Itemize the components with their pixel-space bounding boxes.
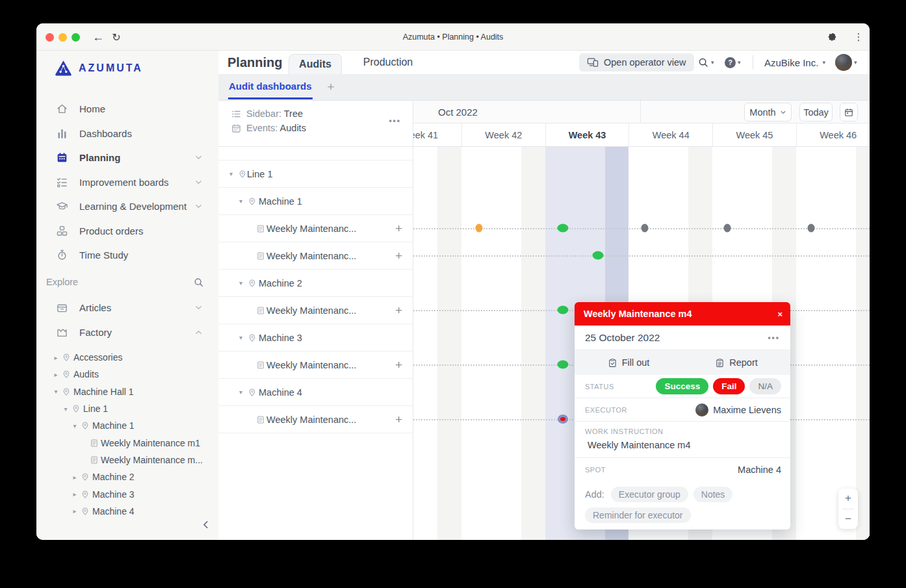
sidebar-section-factory[interactable]: Factory bbox=[36, 320, 218, 345]
open-operator-view-button[interactable]: Open operator view bbox=[579, 53, 694, 71]
help-menu[interactable]: ? ▾ bbox=[725, 51, 741, 74]
row-label: Weekly Maintenanc... bbox=[266, 415, 356, 425]
caret-down-icon[interactable]: ▾ bbox=[239, 198, 242, 205]
caret-down-icon[interactable]: ▾ bbox=[239, 389, 242, 396]
tree-item-machine-4[interactable]: ▸Machine 4 bbox=[36, 503, 218, 517]
add-event-button[interactable]: + bbox=[395, 303, 402, 318]
tree-item-audits[interactable]: ▸Audits bbox=[36, 366, 218, 383]
weekend-stripe bbox=[521, 147, 545, 540]
popup-title: Weekly Maintenance m4 bbox=[584, 309, 692, 319]
sidebar-section-articles[interactable]: Articles bbox=[36, 296, 218, 320]
tree-item-line-1[interactable]: ▾Line 1 bbox=[36, 400, 218, 417]
tree-item-machine-hall-1[interactable]: ▾Machine Hall 1 bbox=[36, 383, 218, 400]
caret-down-icon[interactable]: ▾ bbox=[229, 170, 233, 177]
tree-item-weekly-maintenance-m-[interactable]: Weekly Maintenance m... bbox=[36, 452, 218, 468]
event-dot-orange[interactable] bbox=[476, 224, 483, 233]
extensions-puzzle-icon[interactable] bbox=[825, 23, 840, 51]
add-event-button[interactable]: + bbox=[395, 249, 402, 263]
caret-down-icon[interactable]: ▾ bbox=[71, 422, 78, 429]
pin-icon bbox=[71, 404, 81, 413]
timeline-group-row-machine-3[interactable]: ▾Machine 3 bbox=[218, 324, 413, 352]
event-dot-green[interactable] bbox=[558, 361, 569, 369]
caret-down-icon[interactable]: ▾ bbox=[239, 334, 242, 341]
timeline-group-row-machine-4[interactable]: ▾Machine 4 bbox=[218, 379, 413, 406]
caret-right-icon[interactable]: ▸ bbox=[53, 371, 59, 378]
add-reminder-for-executor-button[interactable]: Reminder for executor bbox=[585, 507, 691, 523]
status-success-button[interactable]: Success bbox=[656, 378, 708, 394]
zoom-in-button[interactable]: + bbox=[838, 489, 858, 509]
timeline-audit-row-weekly-maintenanc-[interactable]: Weekly Maintenanc...+ bbox=[218, 406, 413, 433]
status-fail-button[interactable]: Fail bbox=[713, 378, 745, 394]
add-dashboard-button[interactable]: + bbox=[324, 74, 338, 100]
status-na-button[interactable]: N/A bbox=[749, 378, 781, 394]
tree-item-machine-3[interactable]: ▸Machine 3 bbox=[36, 485, 218, 502]
add-event-button[interactable]: + bbox=[395, 413, 402, 427]
timeline-audit-row-weekly-maintenanc-[interactable]: Weekly Maintenanc...+ bbox=[218, 297, 413, 324]
caret-right-icon[interactable]: ▸ bbox=[71, 507, 78, 515]
caret-right-icon[interactable]: ▸ bbox=[71, 491, 78, 498]
event-dot-gray[interactable] bbox=[724, 224, 731, 233]
work-instruction-label: WORK INSTRUCTION bbox=[585, 428, 663, 435]
sidebar-item-home[interactable]: Home bbox=[36, 97, 218, 121]
sidebar-section-label: Articles bbox=[79, 302, 111, 313]
caret-right-icon[interactable]: ▸ bbox=[53, 354, 59, 361]
timeline-group-row-machine-1[interactable]: ▾Machine 1 bbox=[218, 188, 413, 215]
timeline-audit-row-weekly-maintenanc-[interactable]: Weekly Maintenanc...+ bbox=[218, 215, 413, 242]
timeline-audit-row-weekly-maintenanc-[interactable]: Weekly Maintenanc...+ bbox=[218, 242, 413, 270]
tree-item-machine-1[interactable]: ▾Machine 1 bbox=[36, 417, 218, 434]
popup-options-menu[interactable]: ••• bbox=[768, 333, 780, 342]
caret-right-icon[interactable]: ▸ bbox=[71, 474, 78, 481]
event-dot-green[interactable] bbox=[558, 306, 569, 314]
report-button[interactable]: Report bbox=[682, 350, 790, 375]
timeline-group-row-line-1[interactable]: ▾Line 1 bbox=[218, 160, 413, 188]
today-button[interactable]: Today bbox=[799, 103, 833, 121]
event-dot-selected[interactable] bbox=[558, 415, 568, 424]
sidebar-item-learning-development[interactable]: Learning & Development bbox=[36, 194, 218, 219]
panel-options-menu[interactable]: ••• bbox=[389, 116, 401, 125]
browser-menu-kebab-icon[interactable]: ⋮ bbox=[851, 23, 866, 51]
tab-audit-dashboards[interactable]: Audit dashboards bbox=[228, 74, 313, 99]
close-icon[interactable]: × bbox=[777, 302, 783, 326]
sidebar-item-dashboards[interactable]: Dashboards bbox=[36, 121, 218, 146]
date-picker-button[interactable] bbox=[840, 103, 858, 121]
caret-down-icon[interactable]: ▾ bbox=[239, 279, 242, 287]
search-menu[interactable]: ▾ bbox=[697, 51, 714, 74]
collapse-sidebar-icon[interactable] bbox=[201, 520, 211, 530]
caret-down-icon[interactable]: ▾ bbox=[53, 388, 59, 395]
event-dot-green[interactable] bbox=[593, 251, 604, 260]
tree-item-machine-2[interactable]: ▸Machine 2 bbox=[36, 468, 218, 485]
tab-production[interactable]: Production bbox=[352, 51, 424, 74]
event-dot-gray[interactable] bbox=[641, 224, 649, 233]
event-dot-green[interactable] bbox=[558, 224, 569, 233]
sidebar-mode-value: Tree bbox=[284, 109, 303, 119]
caret-down-icon[interactable]: ▾ bbox=[62, 405, 69, 413]
tab-audits[interactable]: Audits bbox=[289, 54, 342, 74]
tree-item-label: Machine Hall 1 bbox=[73, 387, 134, 397]
sidebar-item-product-orders[interactable]: Product orders bbox=[36, 219, 218, 244]
add-event-button[interactable]: + bbox=[395, 358, 402, 372]
add-executor-group-button[interactable]: Executor group bbox=[611, 487, 688, 502]
chevron-down-icon bbox=[780, 109, 786, 116]
timeline-audit-row-weekly-maintenanc-[interactable]: Weekly Maintenanc...+ bbox=[218, 352, 413, 379]
browser-chrome: ← ↻ Azumuta • Planning • Audits ⋮ bbox=[36, 23, 870, 51]
event-dot-gray[interactable] bbox=[808, 224, 815, 233]
fill-out-button[interactable]: Fill out bbox=[575, 350, 682, 375]
tree-item-weekly-maintenance-m1[interactable]: Weekly Maintenance m1 bbox=[36, 434, 218, 451]
work-instruction-value[interactable]: Weekly Maintenance m4 bbox=[588, 440, 691, 450]
tree-item-label: Audits bbox=[73, 369, 99, 379]
zoom-out-button[interactable]: − bbox=[838, 509, 858, 530]
user-menu[interactable]: ▾ bbox=[835, 51, 857, 74]
organization-menu[interactable]: AzuBike Inc. ▾ bbox=[764, 51, 825, 74]
sidebar-item-planning[interactable]: Planning bbox=[36, 146, 218, 170]
tree-item-accessories[interactable]: ▸Accessories bbox=[36, 349, 218, 366]
explore-search[interactable]: Explore bbox=[46, 274, 218, 290]
sidebar-item-time-study[interactable]: Time Study bbox=[36, 243, 218, 268]
sidebar-item-improvement-boards[interactable]: Improvement boards bbox=[36, 170, 218, 195]
timeline-group-row-machine-2[interactable]: ▾Machine 2 bbox=[218, 270, 413, 297]
view-mode-dropdown[interactable]: Month bbox=[744, 103, 792, 121]
add-event-button[interactable]: + bbox=[395, 222, 402, 236]
add-notes-button[interactable]: Notes bbox=[693, 487, 733, 502]
sidebar-item-label: Planning bbox=[79, 152, 120, 163]
azumuta-logo[interactable]: AZUMUTA bbox=[55, 60, 143, 76]
tree-item-label: Machine 2 bbox=[92, 472, 135, 482]
